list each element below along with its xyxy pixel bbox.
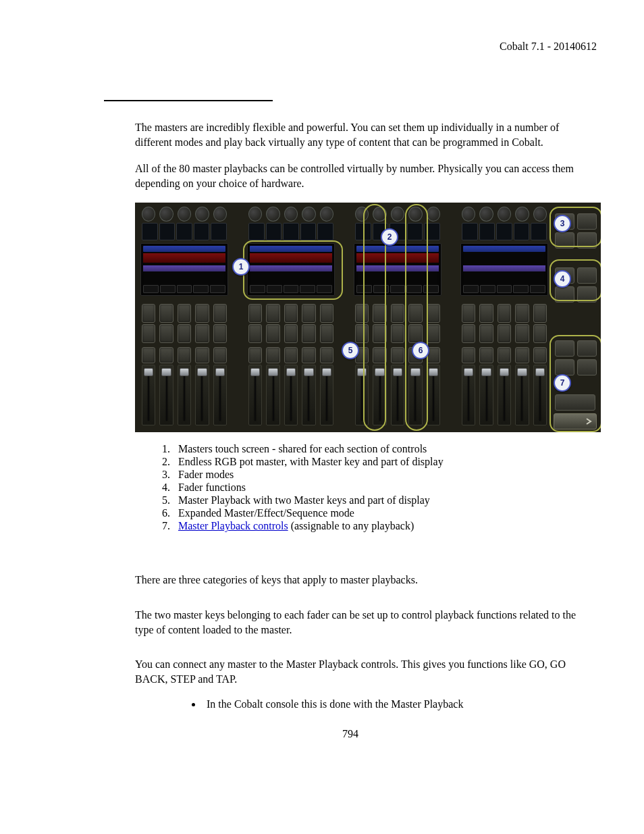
fader[interactable] xyxy=(498,365,511,425)
master-key-lower[interactable] xyxy=(373,324,386,343)
encoder-knob[interactable] xyxy=(320,207,333,221)
master-key-lower[interactable] xyxy=(479,324,493,343)
fader[interactable] xyxy=(408,365,422,425)
fader[interactable] xyxy=(284,365,298,425)
encoder-knob[interactable] xyxy=(427,207,440,221)
master-key-upper[interactable] xyxy=(533,304,547,323)
master-key-upper[interactable] xyxy=(178,304,191,323)
fader[interactable] xyxy=(391,365,404,425)
master-key-lower[interactable] xyxy=(427,324,440,343)
master-playback-controls-link[interactable]: Master Playback controls xyxy=(178,520,288,531)
flash-key[interactable] xyxy=(284,347,298,363)
master-key-lower[interactable] xyxy=(266,324,279,343)
master-key-lower[interactable] xyxy=(391,324,404,343)
fader[interactable] xyxy=(355,365,369,425)
flash-key[interactable] xyxy=(391,347,404,363)
master-key-lower[interactable] xyxy=(498,324,511,343)
encoder-knob[interactable] xyxy=(284,207,298,221)
flash-key[interactable] xyxy=(248,347,262,363)
master-key-upper[interactable] xyxy=(213,304,227,323)
master-key-upper[interactable] xyxy=(427,304,440,323)
encoder-knob[interactable] xyxy=(302,207,315,221)
flash-key[interactable] xyxy=(213,347,227,363)
encoder-knob[interactable] xyxy=(533,207,547,221)
master-key-lower[interactable] xyxy=(320,324,333,343)
master-key-lower[interactable] xyxy=(355,324,369,343)
flash-key[interactable] xyxy=(178,347,191,363)
fader[interactable] xyxy=(213,365,227,425)
fader[interactable] xyxy=(302,365,315,425)
fader[interactable] xyxy=(178,365,191,425)
encoder-knob[interactable] xyxy=(248,207,262,221)
master-key-lower[interactable] xyxy=(515,324,529,343)
master-key-upper[interactable] xyxy=(498,304,511,323)
flash-key[interactable] xyxy=(462,347,475,363)
fader[interactable] xyxy=(427,365,440,425)
flash-key[interactable] xyxy=(195,347,209,363)
encoder-knob[interactable] xyxy=(515,207,529,221)
transport-buttons[interactable] xyxy=(555,394,597,411)
flash-key[interactable] xyxy=(159,347,173,363)
fader[interactable] xyxy=(320,365,333,425)
master-key-lower[interactable] xyxy=(302,324,315,343)
playback-buttons[interactable] xyxy=(555,340,597,375)
encoder-knob[interactable] xyxy=(213,207,227,221)
encoder-knob[interactable] xyxy=(408,207,422,221)
master-key-upper[interactable] xyxy=(515,304,529,323)
encoder-knob[interactable] xyxy=(479,207,493,221)
encoder-knob[interactable] xyxy=(142,207,155,221)
flash-key[interactable] xyxy=(479,347,493,363)
fader[interactable] xyxy=(373,365,386,425)
fader[interactable] xyxy=(159,365,173,425)
master-key-lower[interactable] xyxy=(248,324,262,343)
master-key-upper[interactable] xyxy=(320,304,333,323)
encoder-knob[interactable] xyxy=(159,207,173,221)
flash-key[interactable] xyxy=(533,347,547,363)
fader[interactable] xyxy=(533,365,547,425)
flash-key[interactable] xyxy=(142,347,155,363)
master-key-lower[interactable] xyxy=(408,324,422,343)
fader[interactable] xyxy=(248,365,262,425)
master-key-upper[interactable] xyxy=(159,304,173,323)
flash-key[interactable] xyxy=(515,347,529,363)
fader[interactable] xyxy=(266,365,279,425)
touch-strip[interactable] xyxy=(354,243,441,296)
go-button[interactable] xyxy=(554,413,597,429)
fader[interactable] xyxy=(195,365,209,425)
encoder-knob[interactable] xyxy=(373,207,386,221)
master-key-upper[interactable] xyxy=(391,304,404,323)
fader[interactable] xyxy=(142,365,155,425)
master-key-upper[interactable] xyxy=(195,304,209,323)
master-key-upper[interactable] xyxy=(373,304,386,323)
encoder-knob[interactable] xyxy=(391,207,404,221)
encoder-knob[interactable] xyxy=(498,207,511,221)
flash-key[interactable] xyxy=(320,347,333,363)
fader[interactable] xyxy=(462,365,475,425)
master-key-lower[interactable] xyxy=(195,324,209,343)
master-key-upper[interactable] xyxy=(408,304,422,323)
fader[interactable] xyxy=(515,365,529,425)
master-key-lower[interactable] xyxy=(159,324,173,343)
encoder-knob[interactable] xyxy=(195,207,209,221)
flash-key[interactable] xyxy=(498,347,511,363)
encoder-knob[interactable] xyxy=(462,207,475,221)
master-key-lower[interactable] xyxy=(284,324,298,343)
master-key-lower[interactable] xyxy=(142,324,155,343)
fader[interactable] xyxy=(479,365,493,425)
master-key-upper[interactable] xyxy=(479,304,493,323)
master-key-upper[interactable] xyxy=(302,304,315,323)
master-key-lower[interactable] xyxy=(533,324,547,343)
master-key-upper[interactable] xyxy=(355,304,369,323)
touch-strip[interactable] xyxy=(247,243,335,296)
master-key-upper[interactable] xyxy=(266,304,279,323)
master-key-upper[interactable] xyxy=(462,304,475,323)
master-key-lower[interactable] xyxy=(462,324,475,343)
master-key-upper[interactable] xyxy=(142,304,155,323)
touch-strip[interactable] xyxy=(460,243,548,296)
master-key-upper[interactable] xyxy=(248,304,262,323)
encoder-knob[interactable] xyxy=(355,207,369,221)
master-key-upper[interactable] xyxy=(284,304,298,323)
master-key-lower[interactable] xyxy=(213,324,227,343)
flash-key[interactable] xyxy=(266,347,279,363)
encoder-knob[interactable] xyxy=(266,207,279,221)
